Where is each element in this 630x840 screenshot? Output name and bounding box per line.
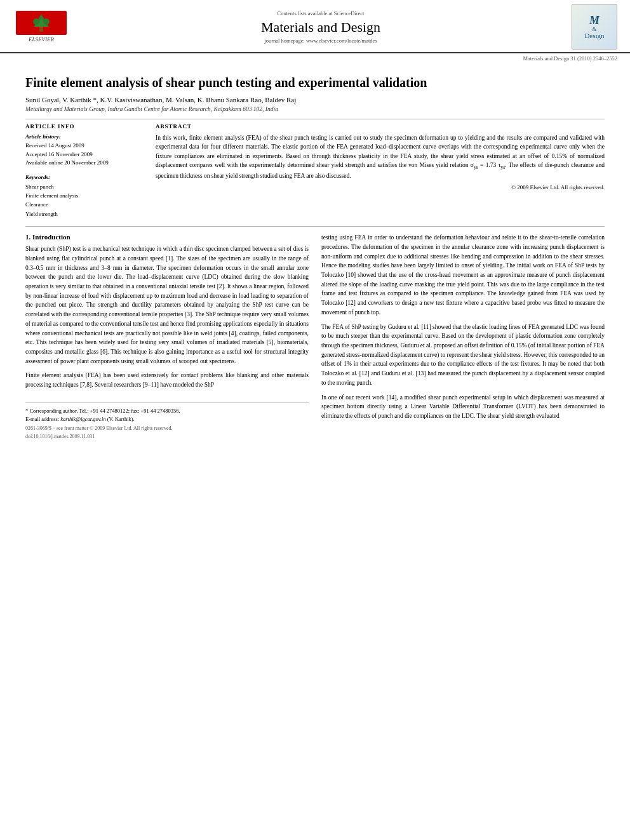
article-title: Finite element analysis of shear punch t… [25,74,605,91]
journal-title: Materials and Design [83,19,559,36]
affiliation: Metallurgy and Materials Group, Indira G… [25,106,605,112]
article-info-column: Article Info Article history: Received 1… [25,123,143,218]
abstract-title: Abstract [156,123,605,130]
svg-point-4 [43,18,50,25]
body-para-5: In one of our recent work [14], a modifi… [321,393,605,421]
keywords-section: Keywords: Shear punch Finite element ana… [25,174,143,219]
journal-header: ELSEVIER Contents lists available at Sci… [0,0,630,53]
keyword-1: Shear punch [25,182,143,191]
issn-line: 0261-3069/$ – see front matter © 2009 El… [25,425,309,431]
keywords-label: Keywords: [25,174,143,180]
accepted-date: Accepted 16 November 2009 [25,150,143,159]
section1-heading: 1. Introduction [25,233,309,241]
received-date: Received 14 August 2009 [25,142,143,150]
elsevier-wordmark: ELSEVIER [29,36,54,43]
article-info-title: Article Info [25,123,143,130]
keyword-4: Yield strength [25,210,143,218]
elsevier-logo-image [16,11,67,35]
logo-d: Design [584,32,604,39]
elsevier-tree-icon [22,13,60,33]
keyword-3: Clearance [25,200,143,209]
authors: Sunil Goyal, V. Karthik *, K.V. Kasivisw… [25,96,605,103]
sciencedirect-prefix: Contents lists available at ScienceDirec… [278,10,365,17]
footnote-area: * Corresponding author. Tel.: +91 44 274… [25,403,309,440]
body-para-2: Finite element analysis (FEA) has been u… [25,371,309,389]
footnote-email: E-mail address: karthik@igcar.gov.in (V.… [25,415,309,423]
divider-body [25,226,605,227]
copyright-line: © 2009 Elsevier Ltd. All rights reserved… [156,184,605,190]
abstract-column: Abstract In this work, finite element an… [156,123,605,218]
elsevier-logo: ELSEVIER [13,10,70,44]
sciencedirect-line: Contents lists available at ScienceDirec… [83,10,559,17]
body-para-3: testing using FEA in order to understand… [321,233,605,317]
body-col-right: testing using FEA in order to understand… [321,233,605,439]
footnote-star: * Corresponding author. Tel.: +91 44 274… [25,407,309,415]
page-numbers: Materials and Design 31 (2010) 2546–2552 [0,53,630,62]
keyword-2: Finite element analysis [25,191,143,200]
doi-line: doi:10.1016/j.matdes.2009.11.031 [25,434,309,439]
logo-m: M [589,15,600,26]
body-para-1: Shear punch (ShP) test is a mechanical t… [25,244,309,366]
journal-logo-right: M & Design [572,4,617,50]
svg-rect-0 [39,27,43,32]
svg-point-3 [33,18,39,25]
main-content: Finite element analysis of shear punch t… [0,62,630,452]
logo-amp: & [592,26,596,32]
journal-homepage: journal homepage: www.elsevier.com/locat… [83,37,559,44]
body-col-left: 1. Introduction Shear punch (ShP) test i… [25,233,309,439]
history-label: Article history: [25,133,143,140]
abstract-text: In this work, finite element analysis (F… [156,133,605,180]
journal-center: Contents lists available at ScienceDirec… [70,10,572,44]
body-para-4: The FEA of ShP testing by Guduru et al. … [321,323,605,388]
divider-top [25,119,605,119]
available-date: Available online 20 November 2009 [25,159,143,168]
body-content: 1. Introduction Shear punch (ShP) test i… [25,233,605,439]
info-abstract-section: Article Info Article history: Received 1… [25,123,605,218]
